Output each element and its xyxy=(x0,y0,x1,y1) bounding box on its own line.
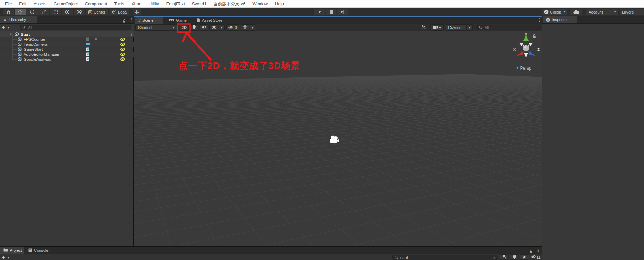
hidden-objects-button[interactable]: 0 xyxy=(226,24,239,31)
play-button[interactable] xyxy=(314,9,325,15)
menu-item[interactable]: Help xyxy=(271,0,287,8)
chevron-down-icon[interactable]: ▾ xyxy=(8,256,9,259)
space-mode-button[interactable]: Local xyxy=(110,9,129,15)
perspective-mode-label[interactable]: < Persp xyxy=(506,66,542,71)
rotate-tool-button[interactable] xyxy=(26,9,38,15)
tab-scene[interactable]: # Scene xyxy=(135,17,163,24)
project-menu-icon[interactable]: ⋮ xyxy=(536,249,540,252)
tag-icon xyxy=(512,255,517,259)
project-search[interactable]: × xyxy=(392,255,498,260)
tab-console[interactable]: Console xyxy=(25,247,53,254)
chevron-down-icon: ▾ xyxy=(469,26,470,29)
move-tool-button[interactable] xyxy=(15,9,26,15)
layers-dropdown[interactable]: Layers ▾ xyxy=(620,9,644,15)
menu-item[interactable]: Sword1 xyxy=(188,0,210,8)
visibility-eye-icon[interactable] xyxy=(120,42,125,46)
lock-icon[interactable] xyxy=(532,33,536,40)
menu-item[interactable]: Window xyxy=(249,0,271,8)
menu-item[interactable]: Utility xyxy=(145,0,163,8)
gameobject-cube-icon xyxy=(18,42,22,46)
visibility-eye-icon[interactable] xyxy=(120,58,125,61)
scene-search-input[interactable] xyxy=(484,25,537,30)
hierarchy-menu-icon[interactable]: ⋮ xyxy=(129,18,133,21)
scene-search[interactable] xyxy=(476,25,540,30)
clear-search-icon[interactable]: × xyxy=(493,255,496,260)
lighting-toggle-button[interactable] xyxy=(190,24,198,31)
project-search-input[interactable] xyxy=(400,255,492,260)
scene-header-row[interactable]: ▼ Start ⋮ xyxy=(0,31,134,37)
audio-toggle-button[interactable] xyxy=(200,24,208,31)
hierarchy-tree: ▼ Start ⋮ FPSCounter#UITempCameraGameSta… xyxy=(0,31,134,62)
chevron-down-icon[interactable]: ▾ xyxy=(8,26,9,29)
menu-item[interactable]: Tools xyxy=(110,0,128,8)
visibility-eye-icon[interactable] xyxy=(120,52,125,56)
console-icon xyxy=(28,248,32,253)
scene-camera-dropdown[interactable]: ▾ xyxy=(430,24,444,31)
hierarchy-search[interactable] xyxy=(20,25,131,30)
menu-item[interactable]: Edit xyxy=(15,0,30,8)
info-icon: i xyxy=(546,18,550,22)
menu-item[interactable]: 当前版本分支-v6 xyxy=(210,0,249,8)
tab-hierarchy[interactable]: Hierarchy xyxy=(0,16,37,23)
grid-visibility-button[interactable] xyxy=(241,24,249,31)
search-by-type-button[interactable] xyxy=(500,254,509,260)
cloud-button[interactable] xyxy=(570,9,582,15)
draw-mode-label: Shaded xyxy=(138,25,152,30)
hierarchy-item-tempcamera[interactable]: TempCamera xyxy=(0,42,134,47)
script-component-icon: # xyxy=(86,57,90,62)
draw-mode-dropdown[interactable]: Shaded ▾ xyxy=(135,24,177,31)
hierarchy-search-input[interactable] xyxy=(27,25,129,30)
scale-tool-button[interactable] xyxy=(38,9,49,15)
collab-dropdown[interactable]: Collab ▾ xyxy=(542,9,567,15)
scene-menu-icon[interactable]: ⋮ xyxy=(537,18,542,22)
pause-button[interactable] xyxy=(326,9,336,15)
menu-item[interactable]: Component xyxy=(81,0,110,8)
create-object-button[interactable]: + xyxy=(2,25,5,30)
scene-tools-button[interactable] xyxy=(419,24,428,31)
favorites-button[interactable]: ★ xyxy=(520,254,529,260)
cube-pivot-icon xyxy=(112,10,117,14)
hierarchy-item-googleanalysic[interactable]: GoogleAnalysic# xyxy=(0,57,134,62)
hand-tool-button[interactable] xyxy=(3,9,14,15)
grid-dropdown[interactable]: ▾ xyxy=(250,24,255,31)
scene-menu-icon[interactable]: ⋮ xyxy=(129,32,133,36)
camera-gizmo-icon[interactable] xyxy=(329,135,340,145)
create-asset-button[interactable]: + xyxy=(2,255,5,260)
tab-inspector[interactable]: i Inspector xyxy=(543,16,577,23)
hierarchy-item-audioeditormanager[interactable]: AudioEditorManager# xyxy=(0,52,134,57)
gizmos-dropdown[interactable]: Gizmos xyxy=(446,24,466,31)
hierarchy-item-gamestart[interactable]: GameStart# xyxy=(0,47,134,52)
item-label: AudioEditorManager xyxy=(24,52,59,56)
transform-tool-button[interactable] xyxy=(62,9,73,15)
pivot-mode-button[interactable]: Center xyxy=(86,9,108,15)
tab-asset-store[interactable]: Asset Store xyxy=(193,17,229,24)
gizmos-label: Gizmos xyxy=(448,25,461,30)
2d-toggle-label: 2D xyxy=(182,25,187,30)
gizmos-arrow-button[interactable]: ▾ xyxy=(466,24,473,31)
gameobject-cube-icon xyxy=(18,37,22,41)
custom-tool-button[interactable] xyxy=(74,9,85,15)
search-by-label-button[interactable] xyxy=(510,254,519,260)
tab-game[interactable]: Game xyxy=(166,17,191,24)
account-dropdown[interactable]: Account ▾ xyxy=(586,9,618,15)
gameobject-cube-icon xyxy=(18,57,22,61)
visibility-eye-icon[interactable] xyxy=(120,48,125,51)
menu-bar: FileEditAssetsGameObjectComponentToolsXL… xyxy=(0,0,644,8)
menu-item[interactable]: File xyxy=(1,0,15,8)
snap-settings-button[interactable] xyxy=(133,9,141,15)
menu-item[interactable]: Assets xyxy=(30,0,50,8)
hidden-count-button[interactable]: 11 xyxy=(530,254,541,260)
hierarchy-item-fpscounter[interactable]: FPSCounter#UI xyxy=(0,37,134,42)
menu-item[interactable]: EmojiText xyxy=(163,0,188,8)
menu-item[interactable]: GameObject xyxy=(50,0,81,8)
effects-toggle-button[interactable] xyxy=(209,24,218,31)
video-camera-icon xyxy=(433,25,438,30)
tab-game-label: Game xyxy=(176,18,187,22)
tab-project[interactable]: Project xyxy=(0,247,24,254)
rect-tool-button[interactable] xyxy=(50,9,61,15)
menu-item[interactable]: XLua xyxy=(128,0,145,8)
visibility-eye-icon[interactable] xyxy=(120,38,125,41)
effects-dropdown[interactable]: ▾ xyxy=(219,24,225,31)
2d-toggle-button[interactable]: 2D xyxy=(180,24,189,31)
step-button[interactable] xyxy=(337,9,348,15)
